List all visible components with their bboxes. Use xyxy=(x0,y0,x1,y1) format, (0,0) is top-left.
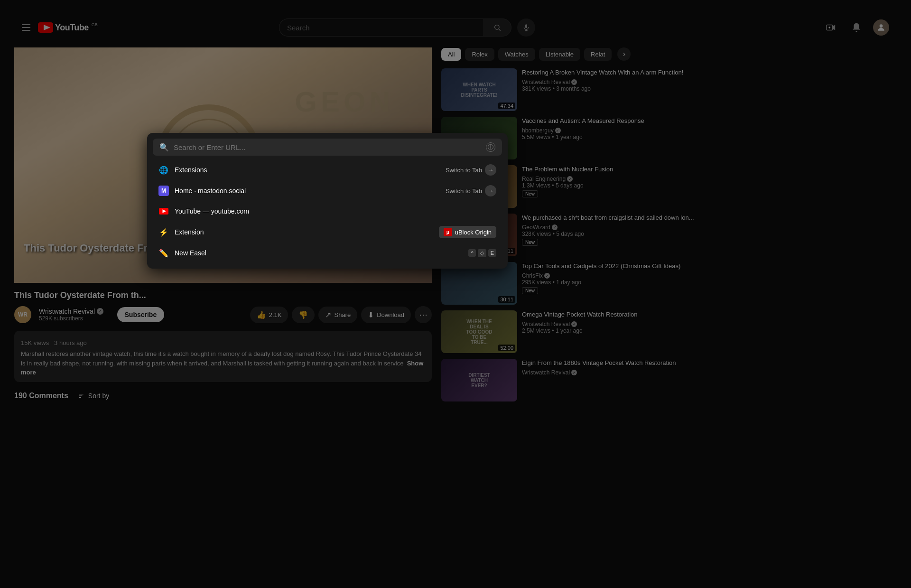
youtube-icon xyxy=(158,206,169,216)
popup-item-easel[interactable]: ✏️ New Easel ^ ◇ E xyxy=(153,243,502,263)
address-input-row: 🔍 ⓘ xyxy=(153,139,502,156)
address-search-icon: 🔍 xyxy=(159,143,169,152)
overlay-backdrop xyxy=(0,0,911,588)
kbd-e: E xyxy=(488,249,496,257)
mastodon-icon: M xyxy=(158,186,169,196)
extension-icon: ⚡ xyxy=(158,227,169,237)
popup-item-mastodon[interactable]: M Home · mastodon.social Switch to Tab → xyxy=(153,180,502,201)
keyboard-shortcut: ^ ◇ E xyxy=(468,249,496,257)
address-input[interactable] xyxy=(174,143,481,151)
mastodon-switch-arrow: → xyxy=(485,185,496,196)
extensions-action: Switch to Tab → xyxy=(446,164,496,176)
kbd-shift: ◇ xyxy=(478,249,486,257)
popup-item-extensions[interactable]: 🌐 Extensions Switch to Tab → xyxy=(153,159,502,180)
address-info-icon[interactable]: ⓘ xyxy=(486,142,495,152)
ublock-badge: μ uBlock Origin xyxy=(439,226,496,238)
extensions-label: Extensions xyxy=(175,166,440,174)
globe-icon: 🌐 xyxy=(158,165,169,175)
address-bar-popup: 🔍 ⓘ 🌐 Extensions Switch to Tab → M Home … xyxy=(147,133,508,269)
kbd-ctrl: ^ xyxy=(468,249,475,257)
switch-arrow-icon: → xyxy=(485,164,496,176)
easel-label: New Easel xyxy=(175,249,463,257)
easel-icon: ✏️ xyxy=(158,248,169,258)
youtube-label: YouTube — youtube.com xyxy=(175,207,496,215)
extension-label: Extension xyxy=(175,228,433,236)
popup-item-ublock[interactable]: ⚡ Extension μ uBlock Origin xyxy=(153,221,502,243)
ublock-name: uBlock Origin xyxy=(455,229,492,236)
mastodon-label: Home · mastodon.social xyxy=(175,187,440,195)
popup-item-youtube[interactable]: YouTube — youtube.com xyxy=(153,201,502,221)
mastodon-action: Switch to Tab → xyxy=(446,185,496,196)
ublock-icon: μ xyxy=(444,228,452,236)
